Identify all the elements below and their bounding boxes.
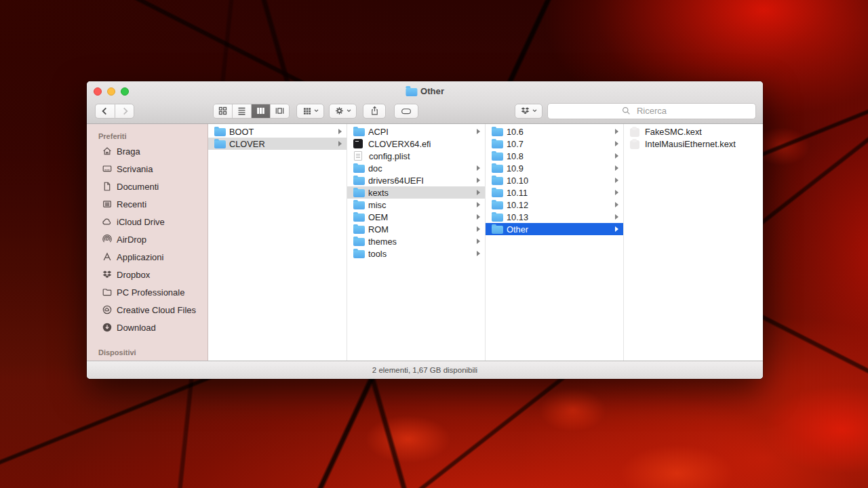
sidebar-item-recenti[interactable]: Recenti: [87, 195, 208, 213]
sidebar-item-label: Scrivania: [117, 164, 153, 174]
plist-file-icon: [354, 151, 362, 161]
sidebar-item-airdrop[interactable]: AirDrop: [87, 230, 208, 248]
file-row-10.7[interactable]: 10.7: [486, 138, 623, 150]
file-row-intelmausiethernet.kext[interactable]: IntelMausiEthernet.kext: [624, 138, 763, 150]
file-name: doc: [368, 163, 477, 174]
dropbox-toolbar-button[interactable]: [515, 104, 542, 119]
folder-icon: [353, 238, 365, 246]
search-field-wrap: [547, 103, 756, 119]
folder-icon: [353, 226, 365, 234]
file-row-tools[interactable]: tools: [347, 247, 485, 260]
window-title: Other: [420, 86, 444, 96]
zoom-button[interactable]: [121, 87, 129, 96]
icon-view-button[interactable]: [214, 104, 233, 118]
list-view-button[interactable]: [233, 104, 252, 118]
sidebar-item-label: iCloud Drive: [117, 217, 165, 227]
window-chrome: Other: [87, 81, 763, 124]
column-1: BOOTCLOVER: [208, 124, 347, 361]
icon-view-icon: [218, 106, 228, 116]
file-row-10.9[interactable]: 10.9: [486, 162, 623, 174]
folder-icon: [492, 140, 503, 148]
file-name: CLOVER: [229, 139, 338, 149]
forward-button[interactable]: [115, 104, 134, 119]
kext-file-icon: [630, 140, 639, 149]
file-name: IntelMausiEthernet.kext: [645, 139, 760, 149]
file-row-kexts[interactable]: kexts: [347, 186, 485, 199]
file-row-rom[interactable]: ROM: [347, 223, 485, 235]
file-row-themes[interactable]: themes: [347, 235, 485, 247]
file-row-10.12[interactable]: 10.12: [486, 199, 623, 211]
group-by-button[interactable]: [296, 104, 324, 119]
column-view-button[interactable]: [252, 104, 271, 118]
sidebar-item-label: Recenti: [117, 199, 146, 209]
back-button[interactable]: [95, 104, 115, 119]
sidebar-item-applicazioni[interactable]: Applicazioni: [87, 248, 208, 266]
folder-icon: [353, 201, 365, 209]
desktop-icon: [101, 163, 113, 175]
tag-icon: [401, 106, 412, 116]
status-text: 2 elementi, 1,67 GB disponibili: [372, 366, 477, 374]
window-title-area: Other: [406, 81, 444, 101]
share-button[interactable]: [363, 104, 386, 119]
file-row-drivers64uefi[interactable]: drivers64UEFI: [347, 174, 485, 186]
file-row-config.plist[interactable]: config.plist: [347, 150, 485, 162]
file-row-10.8[interactable]: 10.8: [486, 150, 623, 162]
folder-icon: [492, 201, 503, 209]
chevron-down-icon: [314, 109, 319, 113]
minimize-button[interactable]: [107, 87, 115, 96]
search-input[interactable]: [548, 103, 755, 119]
file-row-fakesmc.kext[interactable]: FakeSMC.kext: [624, 125, 763, 138]
file-row-other[interactable]: Other: [486, 223, 623, 235]
tag-button[interactable]: [394, 104, 418, 119]
sidebar-item-label: AirDrop: [117, 235, 146, 245]
airdrop-icon: [101, 234, 113, 245]
file-row-misc[interactable]: misc: [347, 199, 485, 211]
file-name: themes: [368, 237, 477, 247]
sidebar-item-dropbox[interactable]: Dropbox: [87, 266, 208, 283]
file-row-cloverx64.efi[interactable]: CLOVERX64.efi: [347, 138, 485, 150]
file-row-boot[interactable]: BOOT: [208, 125, 347, 138]
folder-icon: [492, 226, 503, 234]
file-row-10.11[interactable]: 10.11: [486, 186, 623, 199]
coverflow-view-button[interactable]: [271, 104, 289, 118]
close-button[interactable]: [94, 87, 102, 96]
download-icon: [101, 322, 113, 333]
sidebar-item-download[interactable]: Download: [87, 319, 208, 336]
disclosure-arrow-icon: [477, 226, 480, 232]
executable-file-icon: [353, 139, 363, 148]
file-row-oem[interactable]: OEM: [347, 211, 485, 223]
file-row-acpi[interactable]: ACPI: [347, 125, 485, 138]
file-row-10.13[interactable]: 10.13: [486, 211, 623, 223]
disclosure-arrow-icon: [477, 190, 480, 195]
navigation-buttons: [95, 104, 134, 119]
file-row-10.6[interactable]: 10.6: [486, 125, 623, 138]
window-body: PreferitiBragaScrivaniaDocumentiRecentii…: [87, 124, 763, 361]
sidebar-item-label: Braga: [117, 146, 140, 157]
coverflow-view-icon: [275, 106, 285, 116]
disclosure-arrow-icon: [615, 202, 618, 207]
search-icon: [622, 106, 631, 115]
folder-icon: [492, 152, 503, 161]
status-bar: 2 elementi, 1,67 GB disponibili: [87, 361, 763, 379]
file-row-10.10[interactable]: 10.10: [486, 174, 623, 186]
sidebar-item-documenti[interactable]: Documenti: [87, 178, 208, 195]
file-name: 10.13: [507, 212, 615, 222]
disclosure-arrow-icon: [338, 129, 342, 134]
file-row-doc[interactable]: doc: [347, 162, 485, 174]
document-icon: [101, 181, 113, 192]
share-icon: [370, 106, 380, 116]
chevron-down-icon: [532, 109, 537, 113]
sidebar-item-pc-professionale[interactable]: PC Professionale: [87, 283, 208, 301]
window-titlebar[interactable]: Other: [87, 81, 763, 101]
disclosure-arrow-icon: [477, 251, 480, 256]
action-button[interactable]: [329, 104, 357, 119]
file-row-clover[interactable]: CLOVER: [208, 138, 347, 150]
kext-file-icon: [630, 128, 639, 137]
sidebar-item-creative-cloud-files[interactable]: Creative Cloud Files: [87, 301, 208, 319]
sidebar-item-scrivania[interactable]: Scrivania: [87, 160, 208, 178]
file-name: 10.6: [507, 127, 615, 137]
folder-icon: [214, 140, 226, 148]
disclosure-arrow-icon: [615, 153, 618, 159]
sidebar-item-icloud-drive[interactable]: iCloud Drive: [87, 213, 208, 230]
sidebar-item-braga[interactable]: Braga: [87, 142, 208, 160]
